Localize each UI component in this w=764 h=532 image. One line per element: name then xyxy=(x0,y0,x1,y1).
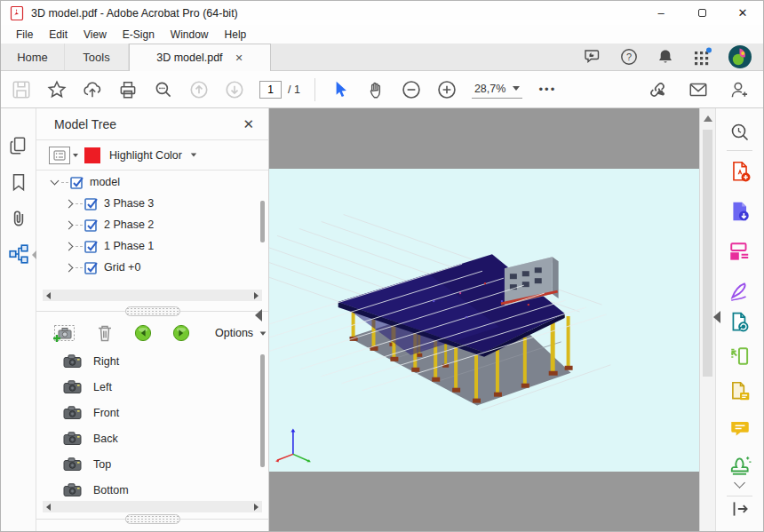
save-button[interactable] xyxy=(11,79,32,100)
view-item-front[interactable]: Front xyxy=(36,400,268,425)
tree-options-button[interactable] xyxy=(49,147,70,164)
next-view-button[interactable] xyxy=(172,324,190,342)
menu-window[interactable]: Window xyxy=(163,27,217,43)
tab-home[interactable]: Home xyxy=(1,44,65,70)
previous-view-button[interactable] xyxy=(134,324,152,342)
share-link-button[interactable] xyxy=(647,79,668,100)
tree-item-phase3[interactable]: 3 Phase 3 xyxy=(36,193,268,214)
tab-close-icon[interactable]: ✕ xyxy=(235,52,243,64)
menu-help[interactable]: Help xyxy=(217,27,255,43)
views-vertical-scrollbar[interactable] xyxy=(260,354,265,467)
view-item-bottom[interactable]: Bottom xyxy=(36,477,268,503)
checkbox-checked[interactable] xyxy=(70,175,85,190)
menu-file[interactable]: File xyxy=(8,27,41,43)
apps-grid-icon[interactable] xyxy=(692,47,712,67)
create-pd-icon[interactable] xyxy=(728,160,752,183)
pdf-3d-canvas[interactable] xyxy=(269,169,699,472)
open-tools-panel-icon[interactable] xyxy=(728,497,752,520)
chevron-down-icon[interactable] xyxy=(73,154,78,157)
checkbox-checked[interactable] xyxy=(84,196,99,211)
tab-document[interactable]: 3D model.pdf ✕ xyxy=(129,44,271,71)
bookmarks-icon[interactable] xyxy=(8,171,29,193)
tree-item-model[interactable]: model xyxy=(36,171,268,193)
highlight-color-swatch[interactable] xyxy=(84,147,100,163)
fill-and-sign-icon[interactable] xyxy=(728,280,752,303)
view-item-left[interactable]: Left xyxy=(36,374,268,400)
feedback-icon[interactable] xyxy=(583,47,602,67)
chevron-right-icon[interactable] xyxy=(65,220,74,229)
export-pdf-icon[interactable] xyxy=(728,200,752,223)
tree-vertical-scrollbar[interactable] xyxy=(260,201,265,242)
close-button[interactable]: ✕ xyxy=(722,1,763,25)
views-horizontal-scrollbar[interactable] xyxy=(43,501,262,512)
zoom-level-combo[interactable]: 28,7% xyxy=(472,81,522,99)
zoom-in-button[interactable] xyxy=(436,79,458,100)
attachments-paperclip-icon[interactable] xyxy=(8,208,29,229)
page-thumbnails-icon[interactable] xyxy=(8,135,29,156)
panel-bottom-splitter[interactable] xyxy=(36,519,268,524)
view-item-top[interactable]: Top xyxy=(36,451,268,477)
notifications-bell-icon[interactable] xyxy=(656,47,675,67)
scroll-right-icon[interactable] xyxy=(254,504,259,511)
edit-pdf-icon[interactable] xyxy=(728,240,752,263)
tree-item-grid0[interactable]: Grid +0 xyxy=(36,257,268,278)
expand-right-panel-handle[interactable] xyxy=(713,311,720,323)
checkbox-checked[interactable] xyxy=(84,218,99,233)
next-page-button[interactable] xyxy=(224,79,245,100)
more-tools-button[interactable]: ••• xyxy=(537,79,558,100)
tree-horizontal-scrollbar[interactable] xyxy=(43,290,262,301)
checkbox-checked[interactable] xyxy=(84,239,99,254)
minimize-button[interactable]: – xyxy=(641,1,681,25)
tree-item-phase2[interactable]: 2 Phase 2 xyxy=(36,214,268,235)
chevron-right-icon[interactable] xyxy=(65,263,74,272)
previous-page-button[interactable] xyxy=(188,79,210,100)
stamp-icon[interactable] xyxy=(728,454,752,477)
model-tree-icon-selected[interactable] xyxy=(8,243,29,265)
share-button[interactable] xyxy=(82,79,103,100)
maximize-button[interactable] xyxy=(681,1,722,25)
new-view-button[interactable] xyxy=(52,323,76,344)
account-avatar[interactable] xyxy=(728,45,752,68)
chevron-right-icon[interactable] xyxy=(65,199,74,208)
more-tools-chevron-icon[interactable] xyxy=(734,477,745,488)
scroll-left-icon[interactable] xyxy=(46,504,51,511)
crop-pages-icon[interactable] xyxy=(728,345,752,368)
add-user-button[interactable] xyxy=(728,79,750,100)
zoom-out-button[interactable] xyxy=(401,79,422,100)
chevron-right-icon[interactable] xyxy=(65,242,74,250)
select-tool-button[interactable] xyxy=(330,79,351,100)
scroll-left-icon[interactable] xyxy=(46,292,51,299)
request-signatures-icon[interactable] xyxy=(728,380,752,403)
print-button[interactable] xyxy=(117,79,139,100)
views-options-button[interactable]: Options xyxy=(215,327,267,339)
hand-tool-button[interactable] xyxy=(365,79,386,100)
menu-edit[interactable]: Edit xyxy=(41,27,76,43)
view-item-back[interactable]: Back xyxy=(36,425,268,451)
tab-tools[interactable]: Tools xyxy=(65,44,129,70)
page-number-input[interactable] xyxy=(259,81,282,99)
view-item-right[interactable]: Right xyxy=(36,348,268,374)
menu-esign[interactable]: E-Sign xyxy=(115,27,163,43)
search-tools-icon[interactable] xyxy=(728,121,752,144)
splitter-handle[interactable] xyxy=(125,306,180,316)
comment-icon[interactable] xyxy=(728,417,752,441)
email-button[interactable] xyxy=(688,79,709,100)
checkbox-checked[interactable] xyxy=(84,260,99,275)
search-button[interactable] xyxy=(153,79,174,100)
3d-building-model[interactable] xyxy=(269,169,699,472)
panel-close-icon[interactable]: ✕ xyxy=(243,116,254,132)
splitter-handle[interactable] xyxy=(125,514,180,524)
star-button[interactable] xyxy=(46,79,68,100)
scroll-up-icon[interactable] xyxy=(704,115,712,122)
chevron-down-icon[interactable] xyxy=(191,154,196,157)
scan-ocr-icon[interactable] xyxy=(728,311,752,334)
panel-splitter[interactable] xyxy=(36,311,268,316)
tree-item-phase1[interactable]: 1 Phase 1 xyxy=(36,235,268,257)
chevron-down-icon[interactable] xyxy=(51,177,60,186)
delete-view-button[interactable] xyxy=(96,323,114,343)
menu-view[interactable]: View xyxy=(76,27,115,43)
help-icon[interactable]: ? xyxy=(619,47,639,67)
scroll-right-icon[interactable] xyxy=(254,292,259,299)
collapse-left-panel-handle[interactable] xyxy=(255,309,262,322)
scrollbar-thumb[interactable] xyxy=(703,130,712,377)
